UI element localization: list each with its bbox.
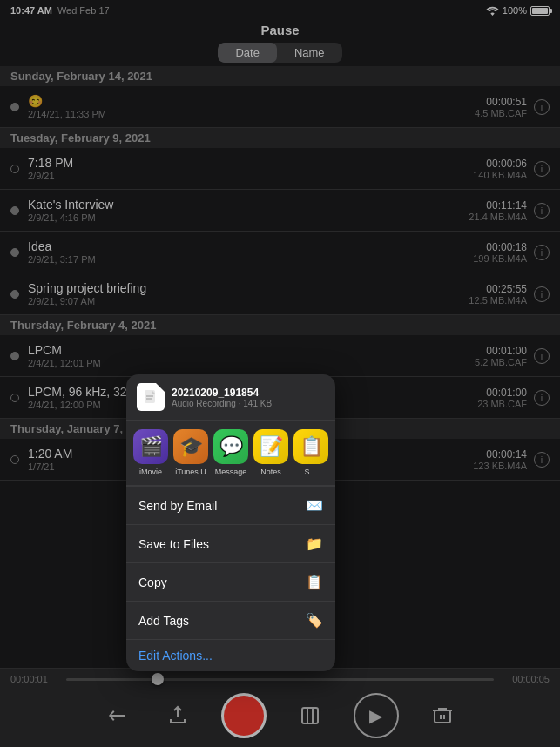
file-info: 20210209_191854 Audio Recording · 141 KB xyxy=(172,387,272,408)
notes-label: Notes xyxy=(260,468,281,476)
other-icon: 📋 xyxy=(293,429,328,464)
message-icon: 💬 xyxy=(213,429,248,464)
send-email-label: Send by Email xyxy=(138,499,217,513)
share-app-message[interactable]: 💬 Message xyxy=(213,429,248,476)
email-icon: ✉️ xyxy=(306,497,323,514)
share-header: 20210209_191854 Audio Recording · 141 KB xyxy=(126,374,335,421)
add-tags-action[interactable]: Add Tags 🏷️ xyxy=(126,602,335,640)
copy-label: Copy xyxy=(138,575,167,589)
notes-icon: 📝 xyxy=(253,429,288,464)
share-sheet: 20210209_191854 Audio Recording · 141 KB… xyxy=(126,374,335,671)
share-app-other[interactable]: 📋 S… xyxy=(293,429,328,476)
share-app-itunesu[interactable]: 🎓 iTunes U xyxy=(173,429,208,476)
share-apps: 🎬 iMovie 🎓 iTunes U 💬 Message 📝 Notes 📋 … xyxy=(126,421,335,486)
itunesu-icon: 🎓 xyxy=(173,429,208,464)
send-by-email-action[interactable]: Send by Email ✉️ xyxy=(126,486,335,525)
share-app-imovie[interactable]: 🎬 iMovie xyxy=(133,429,168,476)
save-files-label: Save to Files xyxy=(138,537,209,551)
imovie-label: iMovie xyxy=(139,468,162,476)
save-to-files-action[interactable]: Save to Files 📁 xyxy=(126,525,335,563)
edit-actions[interactable]: Edit Actions... xyxy=(126,640,335,671)
message-label: Message xyxy=(215,468,247,476)
file-icon xyxy=(137,383,165,411)
copy-icon: 📋 xyxy=(306,574,323,590)
add-tags-label: Add Tags xyxy=(138,614,189,628)
other-label: S… xyxy=(304,468,317,476)
share-file-type: Audio Recording · 141 KB xyxy=(172,399,272,408)
imovie-icon: 🎬 xyxy=(133,429,168,464)
folder-icon: 📁 xyxy=(306,535,323,552)
itunesu-label: iTunes U xyxy=(175,468,206,476)
tag-icon: 🏷️ xyxy=(306,612,323,629)
share-app-notes[interactable]: 📝 Notes xyxy=(253,429,288,476)
share-file-name: 20210209_191854 xyxy=(172,387,272,399)
copy-action[interactable]: Copy 📋 xyxy=(126,563,335,602)
